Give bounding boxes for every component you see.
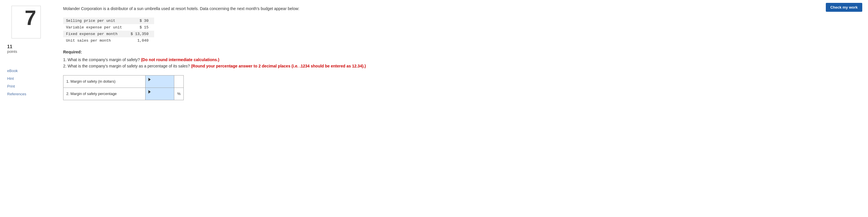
- check-my-work-button[interactable]: Check my work: [826, 3, 862, 12]
- question-text: Molander Corporation is a distributor of…: [63, 6, 859, 12]
- triangle-icon: [148, 90, 151, 94]
- data-row-label: Fixed expense per month: [63, 31, 128, 37]
- empty-unit: [174, 75, 184, 88]
- data-row-value: $ 15: [128, 24, 154, 31]
- answer-row-label: 2. Margin of safety percentage: [63, 88, 146, 100]
- data-row-label: Selling price per unit: [63, 18, 128, 24]
- hint-link[interactable]: Hint: [7, 76, 26, 81]
- margin-of-safety-dollars-input[interactable]: [148, 82, 171, 86]
- data-row-label: Unit sales per month: [63, 37, 128, 44]
- answer-row-label: 1. Margin of safety (in dollars): [63, 75, 146, 88]
- requirement-1-text: 1. What is the company's margin of safet…: [63, 57, 140, 62]
- percentage-unit: %: [174, 88, 184, 100]
- margin-of-safety-percentage-input[interactable]: [148, 94, 171, 98]
- ebook-link[interactable]: eBook: [7, 68, 26, 73]
- requirement-2-note: (Round your percentage answer to 2 decim…: [191, 64, 366, 68]
- triangle-icon: [148, 78, 151, 81]
- data-row-value: 1,040: [128, 37, 154, 44]
- question-number: 7: [25, 7, 36, 28]
- data-row-value: $ 30: [128, 18, 154, 24]
- data-row-label: Variable expense per unit: [63, 24, 128, 31]
- requirement-2-text: 2. What is the company's margin of safet…: [63, 64, 190, 68]
- points-value: 11: [7, 44, 17, 50]
- requirement-1-note: (Do not round intermediate calculations.…: [141, 57, 219, 62]
- data-row-value: $ 13,350: [128, 31, 154, 37]
- points-label: points: [7, 50, 17, 54]
- answer-input-cell[interactable]: [146, 88, 174, 100]
- references-link[interactable]: References: [7, 91, 26, 97]
- print-link[interactable]: Print: [7, 84, 26, 89]
- answer-table: 1. Margin of safety (in dollars)2. Margi…: [63, 75, 184, 100]
- required-label: Required:: [63, 50, 859, 54]
- data-table: Selling price per unit$ 30Variable expen…: [63, 18, 154, 44]
- answer-input-cell[interactable]: [146, 75, 174, 88]
- requirements-text: 1. What is the company's margin of safet…: [63, 57, 859, 69]
